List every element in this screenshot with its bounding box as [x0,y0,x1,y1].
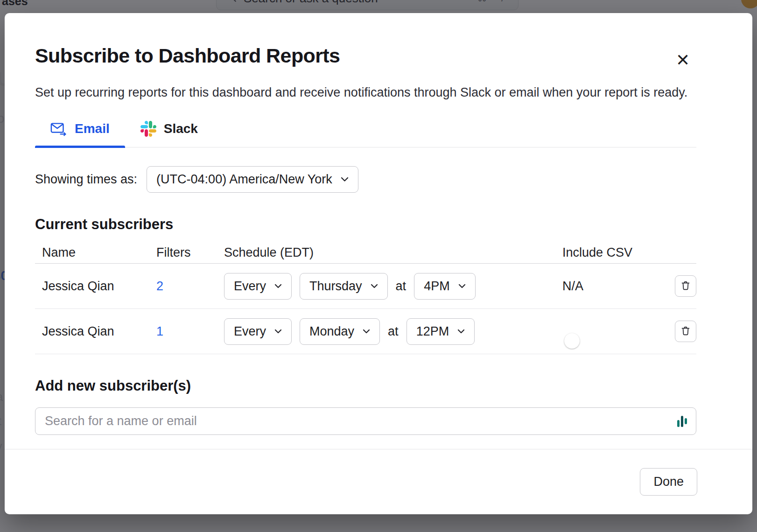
chevron-down-icon [371,284,378,288]
tab-email-label: Email [75,121,110,136]
frequency-select[interactable]: Every [224,318,292,345]
table-row: Jessica Qian 1 Every Monday at 12PM [35,309,696,354]
subscriber-search-input[interactable] [35,407,696,435]
chevron-down-icon [274,329,282,334]
chevron-down-icon [457,329,465,334]
timezone-select[interactable]: (UTC-04:00) America/New York [147,166,358,193]
day-value: Thursday [309,279,362,294]
done-button[interactable]: Done [640,468,697,496]
at-label: at [396,279,407,294]
slack-icon [140,121,156,137]
timezone-label: Showing times as: [35,172,137,187]
frequency-select[interactable]: Every [224,273,292,300]
time-select[interactable]: 12PM [407,318,475,345]
tab-slack-label: Slack [164,121,198,136]
dialog-title: Subscribe to Dashboard Reports [35,44,696,68]
subscriber-name: Jessica Qian [42,324,156,339]
time-select[interactable]: 4PM [414,273,476,300]
column-header-name: Name [42,245,156,260]
table-row: Jessica Qian 2 Every Thursday at 4PM [35,264,696,309]
tab-slack[interactable]: Slack [125,121,213,147]
include-csv-value: N/A [562,279,668,294]
time-value: 4PM [424,279,450,294]
add-subscriber-heading: Add new subscriber(s) [35,378,696,394]
subscriber-name: Jessica Qian [42,279,156,294]
filters-count-link[interactable]: 1 [156,324,224,339]
day-select[interactable]: Monday [300,318,380,345]
day-value: Monday [309,324,354,339]
at-label: at [388,324,399,339]
trash-icon [680,325,691,338]
column-header-filters: Filters [156,245,224,260]
current-subscribers-heading: Current subscribers [35,216,696,233]
chevron-down-icon [458,284,466,288]
delete-subscription-button[interactable] [675,275,696,297]
chevron-down-icon [363,329,370,334]
chevron-down-icon [274,284,282,288]
column-header-include-csv: Include CSV [562,245,668,260]
time-value: 12PM [416,324,449,339]
toggle-knob [564,333,580,349]
email-icon [50,121,67,136]
dialog-footer: Done [5,449,752,514]
close-button[interactable]: ✕ [672,49,694,71]
subscribe-dashboard-reports-dialog: ✕ Subscribe to Dashboard Reports Set up … [5,13,752,514]
day-select[interactable]: Thursday [300,273,388,300]
chevron-down-icon [341,177,349,182]
trash-icon [680,280,691,293]
timezone-value: (UTC-04:00) America/New York [156,172,332,187]
dialog-description: Set up recurring reports for this dashbo… [35,85,696,101]
bars-loading-icon [677,415,688,427]
tab-email[interactable]: Email [35,121,125,147]
table-header-row: Name Filters Schedule (EDT) Include CSV [35,242,696,264]
frequency-value: Every [234,279,266,294]
delete-subscription-button[interactable] [675,321,696,342]
delivery-tabs: Email Slack [35,121,696,147]
column-header-schedule: Schedule (EDT) [224,245,562,260]
subscribers-table: Name Filters Schedule (EDT) Include CSV … [35,242,696,354]
frequency-value: Every [234,324,266,339]
filters-count-link[interactable]: 2 [156,279,224,294]
